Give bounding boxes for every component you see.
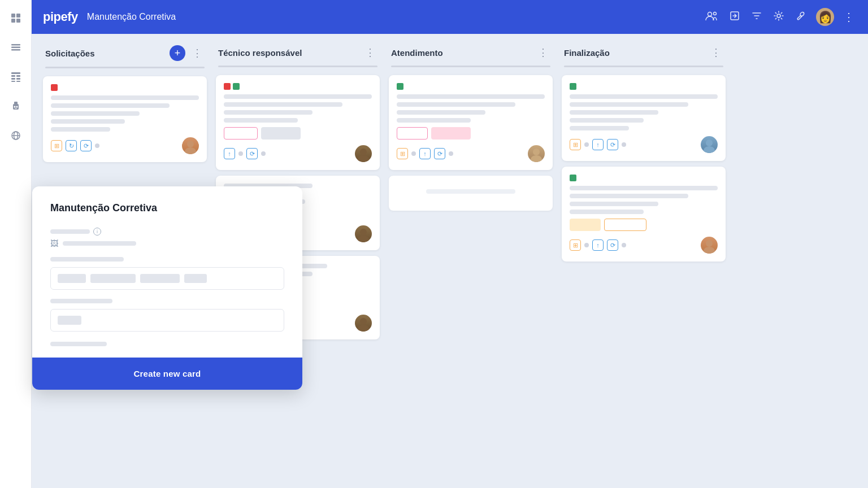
user-avatar[interactable]: 👩 <box>816 8 834 26</box>
logo: pipefy <box>43 10 78 24</box>
svg-rect-12 <box>11 81 15 82</box>
card-icon-blue-2[interactable]: ⟳ <box>607 239 618 251</box>
card-solicitacoes-1[interactable]: ⊞ ↻ ⟳ <box>43 76 207 162</box>
card-line <box>224 102 342 107</box>
card-icon-dot-2 <box>622 243 626 247</box>
create-card-panel: Manutenção Corretiva i 🖼 <box>32 186 302 390</box>
import-icon[interactable] <box>727 8 743 27</box>
column-underline-tecnico <box>218 66 377 67</box>
card-icon-blue[interactable]: ↑ <box>419 148 431 159</box>
card-icon-blue[interactable]: ↑ <box>592 139 604 150</box>
column-more-solicitacoes[interactable]: ⋮ <box>190 46 205 60</box>
card-icon-orange[interactable]: ⊞ <box>397 148 408 159</box>
sidebar-item-list[interactable] <box>7 38 25 56</box>
card-icons: ⊞ ↑ ⟳ <box>570 139 626 150</box>
card-icon-blue-2[interactable]: ⟳ <box>246 148 258 159</box>
card-atendimento-1[interactable]: ⊞ ↑ ⟳ <box>389 75 553 170</box>
card-line <box>397 102 515 107</box>
card-icon-blue-2[interactable]: ⟳ <box>80 140 92 151</box>
wrench-icon[interactable] <box>793 8 809 27</box>
card-line <box>51 119 125 124</box>
chip-1 <box>58 274 86 283</box>
svg-point-35 <box>531 155 542 162</box>
panel-input-1[interactable] <box>50 267 284 290</box>
card-icon-blue-2[interactable]: ⟳ <box>434 148 445 159</box>
more-menu-icon[interactable]: ⋮ <box>841 8 857 26</box>
sidebar-item-grid[interactable] <box>7 9 25 27</box>
card-icon-dot-2 <box>622 142 626 147</box>
card-finalizacao-1[interactable]: ⊞ ↑ ⟳ <box>562 75 726 161</box>
column-title-tecnico: Técnico responsável <box>218 48 358 58</box>
card-badge-row <box>570 219 718 231</box>
column-more-atendimento[interactable]: ⋮ <box>536 45 550 60</box>
card-icon-orange[interactable]: ⊞ <box>570 139 581 150</box>
svg-point-30 <box>360 229 367 236</box>
column-underline-solicitacoes <box>45 67 205 68</box>
column-more-tecnico[interactable]: ⋮ <box>363 45 377 60</box>
card-line <box>570 94 718 99</box>
svg-rect-18 <box>15 108 17 109</box>
svg-point-37 <box>704 146 715 153</box>
badge-gray <box>261 127 301 140</box>
svg-point-27 <box>185 147 196 154</box>
members-icon[interactable] <box>703 8 720 26</box>
svg-rect-8 <box>11 75 15 77</box>
svg-point-16 <box>14 106 15 108</box>
card-line <box>397 110 485 115</box>
panel-attachment-row: 🖼 <box>50 239 284 248</box>
card-icon-blue[interactable]: ↑ <box>592 239 604 251</box>
column-title-atendimento: Atendimento <box>391 48 531 58</box>
create-new-card-label: Create new card <box>134 369 201 378</box>
card-icon-blue-2[interactable]: ⟳ <box>607 139 618 150</box>
create-new-card-button[interactable]: Create new card <box>32 358 302 390</box>
svg-point-34 <box>533 149 540 155</box>
card-line <box>224 110 313 115</box>
sidebar-item-table[interactable] <box>7 68 25 86</box>
svg-point-29 <box>358 155 369 162</box>
card-icon-dot <box>411 151 416 156</box>
header-title: Manutenção Corretiva <box>87 12 176 22</box>
card-line <box>570 102 688 107</box>
panel-input-2[interactable] <box>50 309 284 332</box>
card-line <box>224 118 298 123</box>
filter-icon[interactable] <box>749 8 764 26</box>
card-icon-orange[interactable]: ⊞ <box>51 140 62 151</box>
svg-rect-0 <box>11 14 15 18</box>
header-left: pipefy Manutenção Corretiva <box>43 10 176 24</box>
card-icon-orange[interactable]: ⊞ <box>570 239 581 251</box>
card-atendimento-loading <box>389 176 553 211</box>
panel-more-label <box>50 342 107 346</box>
card-tecnico-1[interactable]: ↑ ⟳ <box>216 75 380 170</box>
attachment-icon: 🖼 <box>50 239 58 248</box>
card-line <box>397 94 545 99</box>
sidebar-item-bot[interactable] <box>7 97 25 115</box>
svg-rect-15 <box>14 102 18 104</box>
card-icons: ⊞ ↑ ⟳ <box>397 148 453 159</box>
column-header-solicitacoes: Solicitações + ⋮ <box>43 45 207 61</box>
card-line <box>51 127 110 132</box>
card-icon-dot <box>238 151 243 156</box>
info-icon[interactable]: i <box>93 228 101 236</box>
card-icon-blue[interactable]: ↻ <box>66 140 77 151</box>
card-icon-blue[interactable]: ↑ <box>224 148 235 159</box>
svg-point-17 <box>16 106 18 108</box>
card-line <box>51 103 170 108</box>
column-underline-finalizacao <box>564 66 723 67</box>
card-avatar <box>355 315 372 332</box>
panel-section-label-1 <box>50 257 124 262</box>
column-underline-atendimento <box>391 66 550 67</box>
tag-green <box>570 83 576 90</box>
card-badge-row <box>397 127 545 140</box>
settings-icon[interactable] <box>771 8 787 27</box>
card-footer: ⊞ ↑ ⟳ <box>397 145 545 162</box>
svg-point-32 <box>360 318 367 325</box>
add-card-button-solicitacoes[interactable]: + <box>170 45 185 61</box>
card-line <box>570 186 718 190</box>
chip-2 <box>90 274 136 283</box>
card-finalizacao-2[interactable]: ⊞ ↑ ⟳ <box>562 167 726 262</box>
sidebar-item-globe[interactable] <box>7 127 25 145</box>
card-icons: ⊞ ↑ ⟳ <box>570 239 626 251</box>
column-more-finalizacao[interactable]: ⋮ <box>709 45 723 60</box>
column-header-atendimento: Atendimento ⋮ <box>389 45 553 60</box>
svg-rect-1 <box>16 14 20 18</box>
